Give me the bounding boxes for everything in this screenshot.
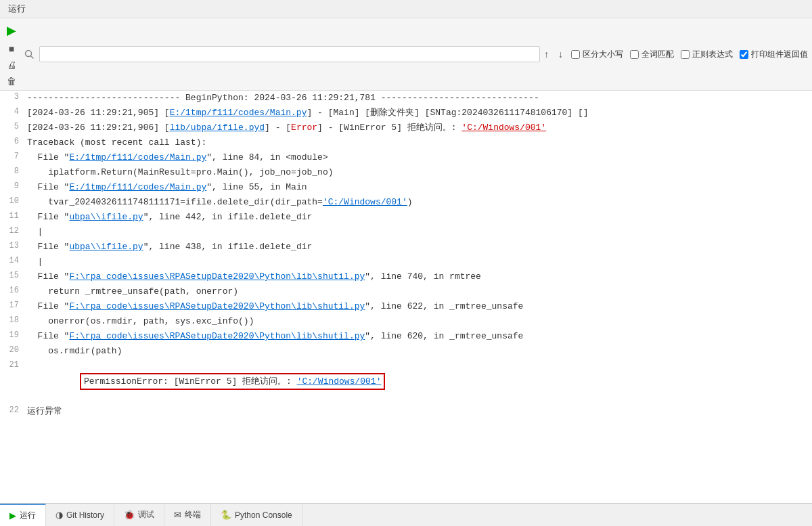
- line-content: File "E:/1tmp/f111/codes/Main.py", line …: [24, 151, 812, 165]
- path-link[interactable]: 'C:/Windows/001': [461, 123, 546, 133]
- table-row: 15 File "F:\rpa_code\issues\RPASetupDate…: [0, 269, 812, 284]
- table-row: 11 File "ubpa\\ifile.py", line 442, in i…: [0, 210, 812, 225]
- file-link[interactable]: ubpa\\ifile.py: [69, 242, 143, 252]
- path-link[interactable]: 'C:/Windows/001': [297, 376, 382, 387]
- table-row: 6 Traceback (most recent call last):: [0, 135, 812, 150]
- line-number: 5: [0, 121, 24, 131]
- git-history-icon: ◑: [55, 510, 63, 520]
- line-number: 13: [0, 240, 24, 250]
- print-return-checkbox[interactable]: 打印组件返回值: [740, 49, 808, 60]
- file-link[interactable]: F:\rpa_code\issues\RPASetupDate2020\Pyth…: [69, 301, 365, 311]
- file-link[interactable]: E:/1tmp/f111/codes/Main.py: [170, 108, 307, 118]
- python-console-icon: 🐍: [221, 510, 231, 520]
- table-row: 3 ----------------------------- BeginPyt…: [0, 91, 812, 106]
- line-number: 18: [0, 315, 24, 325]
- table-row: 8 iplatform.Return(MainResult=pro.Main()…: [0, 165, 812, 180]
- line-number: 12: [0, 225, 24, 236]
- line-number: 7: [0, 151, 24, 161]
- tab-debug-label: 调试: [138, 509, 154, 521]
- file-link[interactable]: E:/1tmp/f111/codes/Main.py: [69, 182, 206, 192]
- terminal-icon: ✉: [174, 510, 181, 520]
- regex-checkbox[interactable]: 正则表达式: [681, 49, 733, 60]
- search-icon: [24, 49, 34, 59]
- line-content: tvar_20240326111748111171=ifile.delete_d…: [24, 196, 812, 209]
- regex-label: 正则表达式: [692, 49, 733, 60]
- play-button[interactable]: ▶: [4, 22, 19, 39]
- table-row: 12 |: [0, 225, 812, 240]
- main-content: 3 ----------------------------- BeginPyt…: [0, 91, 812, 503]
- tab-git-history-label: Git History: [66, 510, 104, 520]
- line-content: PermissionError: [WinError 5] 拒绝访问。: 'C:…: [24, 359, 812, 403]
- line-number: 17: [0, 300, 24, 310]
- table-row: 7 File "E:/1tmp/f111/codes/Main.py", lin…: [0, 150, 812, 165]
- tab-run-label: 运行: [20, 510, 36, 521]
- line-number: 16: [0, 285, 24, 295]
- file-link[interactable]: F:\rpa_code\issues\RPASetupDate2020\Pyth…: [69, 331, 365, 341]
- path-link[interactable]: 'C:/Windows/001': [323, 197, 407, 207]
- code-lines: 3 ----------------------------- BeginPyt…: [0, 91, 812, 419]
- tab-git-history[interactable]: ◑ Git History: [46, 504, 114, 526]
- print-return-label: 打印组件返回值: [751, 49, 808, 60]
- line-number: 4: [0, 106, 24, 116]
- line-content: File "F:\rpa_code\issues\RPASetupDate202…: [24, 330, 812, 343]
- file-link[interactable]: ubpa\\ifile.py: [69, 212, 143, 222]
- line-number: 14: [0, 255, 24, 265]
- whole-word-checkbox[interactable]: 全词匹配: [630, 49, 674, 60]
- table-row: 21 PermissionError: [WinError 5] 拒绝访问。: …: [0, 359, 812, 404]
- clear-button[interactable]: 🗑: [4, 74, 19, 88]
- stop-button[interactable]: ■: [4, 42, 19, 56]
- table-row: 17 File "F:\rpa_code\issues\RPASetupDate…: [0, 299, 812, 314]
- file-link[interactable]: F:\rpa_code\issues\RPASetupDate2020\Pyth…: [69, 271, 365, 282]
- line-number: 22: [0, 405, 24, 415]
- line-number: 19: [0, 330, 24, 340]
- toolbar-right: ↑ ↓ 区分大小写 全词匹配 正则表达式 打印组件返回值: [543, 47, 808, 61]
- line-number: 9: [0, 181, 24, 191]
- search-area: [24, 46, 540, 62]
- line-content: |: [24, 225, 812, 239]
- file-link[interactable]: E:/1tmp/f111/codes/Main.py: [69, 152, 206, 162]
- line-content: File "ubpa\\ifile.py", line 438, in ifil…: [24, 240, 812, 254]
- line-content: File "ubpa\\ifile.py", line 442, in ifil…: [24, 211, 812, 224]
- debug-icon: 🐞: [124, 510, 135, 520]
- line-number: 6: [0, 136, 24, 146]
- line-number: 15: [0, 270, 24, 280]
- table-row: 19 File "F:\rpa_code\issues\RPASetupDate…: [0, 329, 812, 344]
- line-content: [2024-03-26 11:29:21,905] [E:/1tmp/f111/…: [24, 106, 812, 120]
- code-output-area[interactable]: 3 ----------------------------- BeginPyt…: [0, 91, 812, 503]
- line-number: 21: [0, 359, 24, 370]
- tab-run[interactable]: ▶ 运行: [0, 504, 46, 526]
- table-row: 20 os.rmdir(path): [0, 344, 812, 359]
- print-button[interactable]: 🖨: [4, 58, 19, 72]
- line-content: Traceback (most recent call last):: [24, 136, 812, 150]
- tab-debug[interactable]: 🐞 调试: [114, 504, 164, 526]
- title-label: 运行: [8, 3, 26, 14]
- line-content: File "F:\rpa_code\issues\RPASetupDate202…: [24, 300, 812, 313]
- line-number: 8: [0, 166, 24, 176]
- file-link[interactable]: lib/ubpa/ifile.pyd: [170, 123, 265, 133]
- line-number: 20: [0, 345, 24, 355]
- tab-terminal[interactable]: ✉ 终端: [164, 504, 211, 526]
- table-row: 10 tvar_20240326111748111171=ifile.delet…: [0, 195, 812, 210]
- arrow-down-button[interactable]: ↓: [557, 47, 564, 61]
- arrow-up-button[interactable]: ↑: [543, 47, 550, 61]
- line-content: |: [24, 255, 812, 269]
- table-row: 9 File "E:/1tmp/f111/codes/Main.py", lin…: [0, 180, 812, 195]
- toolbar: ▶ ■ 🖨 🗑 ↑ ↓ 区分大小写 全词匹配 正则表达式: [0, 18, 812, 91]
- table-row: 14 |: [0, 255, 812, 269]
- svg-line-1: [31, 56, 34, 59]
- case-sensitive-checkbox[interactable]: 区分大小写: [571, 49, 623, 60]
- table-row: 13 File "ubpa\\ifile.py", line 438, in i…: [0, 240, 812, 255]
- line-content: 运行异常: [24, 405, 812, 418]
- table-row: 4 [2024-03-26 11:29:21,905] [E:/1tmp/f11…: [0, 106, 812, 120]
- line-content: os.rmdir(path): [24, 345, 812, 358]
- search-input[interactable]: [39, 46, 540, 62]
- table-row: 5 [2024-03-26 11:29:21,906] [lib/ubpa/if…: [0, 120, 812, 135]
- tab-terminal-label: 终端: [185, 509, 201, 521]
- table-row: 16 return _rmtree_unsafe(path, onerror): [0, 284, 812, 299]
- line-content: onerror(os.rmdir, path, sys.exc_info()): [24, 315, 812, 328]
- table-row: 22 运行异常: [0, 404, 812, 419]
- run-icon: ▶: [9, 510, 16, 521]
- line-number: 3: [0, 91, 24, 102]
- line-content: File "F:\rpa_code\issues\RPASetupDate202…: [24, 270, 812, 284]
- tab-python-console[interactable]: 🐍 Python Console: [211, 504, 302, 526]
